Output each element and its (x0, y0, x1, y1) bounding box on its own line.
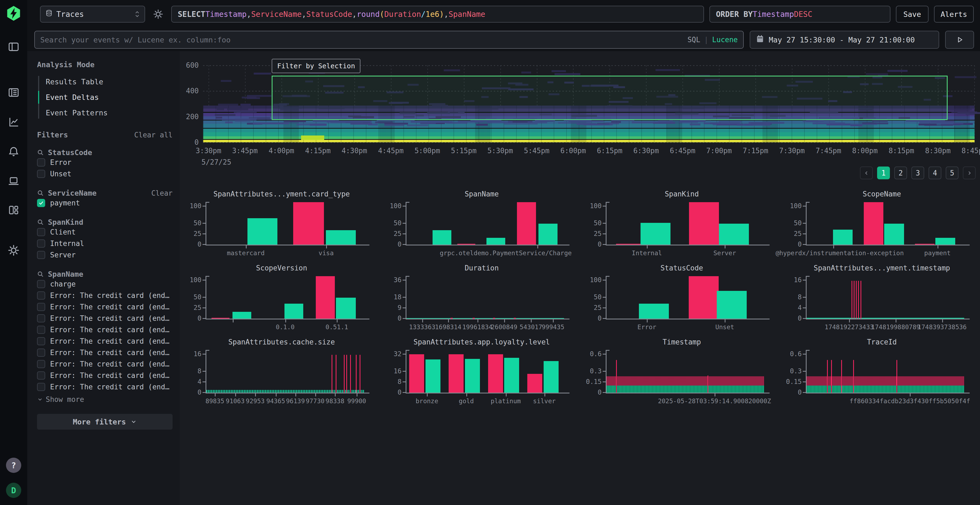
alerts-bell-icon[interactable] (7, 145, 20, 158)
filter-checkbox[interactable] (37, 326, 45, 334)
green-bar (326, 230, 356, 245)
hyperdx-logo-icon[interactable] (6, 5, 22, 21)
mini-chart-plot[interactable]: 10050250InternalServer (606, 202, 764, 245)
heatmap-plot[interactable]: 60040020003:30pm3:45pm4:00pm4:15pm4:30pm… (203, 65, 975, 142)
red-spike (360, 355, 360, 392)
filter-option-label: charge (50, 280, 76, 288)
filter-option-row[interactable]: Server (37, 249, 173, 260)
alerts-button[interactable]: Alerts (934, 6, 974, 22)
filter-option-row[interactable]: Error: The credit card (end… (37, 370, 173, 381)
mini-chart-plot[interactable]: 100502500.1.00.51.1 (205, 276, 364, 319)
red-bar (864, 202, 883, 245)
y-tick-mark (803, 308, 806, 308)
mini-chart-plot[interactable]: 1684017481922734331748199880789174839373… (806, 276, 964, 319)
heatmap-cell (947, 108, 972, 110)
filter-checkbox[interactable] (37, 251, 45, 259)
chevron-down-icon (37, 397, 43, 402)
sql-mode-button[interactable]: SQL (687, 36, 700, 44)
heatmap-cell (749, 122, 784, 124)
filter-checkbox[interactable] (37, 228, 45, 236)
pagination-page-button[interactable]: 3 (912, 167, 924, 179)
pagination-page-button[interactable]: 5 (946, 167, 958, 179)
filter-checkbox[interactable] (37, 280, 45, 288)
save-button[interactable]: Save (896, 6, 929, 22)
pagination-prev-button[interactable] (860, 167, 873, 179)
filter-checkbox[interactable] (37, 349, 45, 357)
select-query-input[interactable]: SELECT Timestamp,ServiceName,StatusCode,… (171, 6, 704, 22)
pagination-page-button[interactable]: 4 (929, 167, 941, 179)
analysis-mode-item[interactable]: Event Deltas (46, 91, 173, 103)
chevron-left-icon (864, 170, 869, 176)
analysis-mode-item[interactable]: Results Table (46, 76, 173, 87)
pagination-next-button[interactable] (963, 167, 976, 179)
clear-all-button[interactable]: Clear all (134, 131, 173, 139)
filter-option-row[interactable]: Error: The credit card (end… (37, 301, 173, 313)
mini-chart-plot[interactable]: 10050250ErrorUnset (606, 276, 764, 319)
filter-option-row[interactable]: Unset (37, 168, 173, 179)
x-tick-label: 8:45pm (961, 147, 980, 155)
x-tick-label: payment (924, 249, 951, 257)
filter-option-row[interactable]: Error: The credit card (end… (37, 290, 173, 301)
y-tick-mark (803, 354, 806, 354)
source-settings-gear-icon[interactable] (151, 6, 166, 22)
y-tick-label: 0.15 (586, 378, 601, 386)
help-button[interactable]: ? (6, 458, 21, 473)
filter-option-row[interactable]: Error: The credit card (end… (37, 381, 173, 392)
avatar[interactable]: D (6, 483, 21, 498)
pagination-page-button[interactable]: 1 (877, 167, 890, 179)
date-range-picker[interactable]: May 27 15:30:00 - May 27 21:00:00 (750, 31, 939, 49)
filter-checkbox[interactable] (37, 303, 45, 311)
query-token: / (421, 10, 425, 19)
analysis-mode-item[interactable]: Event Patterns (46, 107, 173, 119)
show-more-button[interactable]: Show more (37, 395, 173, 403)
filter-checkbox[interactable] (37, 314, 45, 322)
filter-option-row[interactable]: Error: The credit card (end… (37, 324, 173, 335)
mini-chart-plot[interactable]: 10050250mastercardvisa (205, 202, 364, 245)
filter-option-row[interactable]: Client (37, 226, 173, 238)
filter-option-row[interactable]: Internal (37, 238, 173, 249)
search-logs-icon[interactable] (7, 86, 20, 99)
sidebar-toggle-icon[interactable] (7, 40, 20, 53)
mini-chart-plot[interactable]: 10050250@hyperdx/instrumentation-excepti… (806, 202, 964, 245)
baseline-strip (406, 318, 564, 319)
filter-checkbox[interactable] (37, 337, 45, 345)
mini-chart-plot[interactable]: 1684089835910639295394365961399773098338… (205, 350, 364, 394)
filter-checkbox[interactable] (37, 383, 45, 391)
run-query-button[interactable] (945, 31, 974, 49)
filter-checkbox[interactable] (37, 291, 45, 300)
lucene-mode-button[interactable]: Lucene (712, 36, 738, 44)
filter-option-row[interactable]: charge (37, 278, 173, 290)
filter-checkbox[interactable] (37, 372, 45, 380)
green-bar (538, 224, 557, 245)
mini-chart-plot[interactable]: 321680bronzegoldplatinumsilver (406, 350, 564, 394)
filter-option-row[interactable]: Error (37, 157, 173, 168)
sessions-icon[interactable] (7, 174, 20, 187)
x-tick-mark (427, 394, 428, 397)
query-token: ServiceName (251, 10, 302, 19)
pagination-page-button[interactable]: 2 (894, 167, 907, 179)
dashboards-icon[interactable] (7, 203, 20, 217)
clear-filter-button[interactable]: Clear (151, 189, 173, 197)
filter-option-row[interactable]: Error: The credit card (end… (37, 313, 173, 324)
mini-chart-plot[interactable]: 0.60.30.150ff860334facdb23d3f430ff5b5050… (806, 350, 964, 394)
source-select[interactable]: Traces (40, 6, 145, 22)
chart-explorer-icon[interactable] (7, 115, 20, 129)
filter-checkbox[interactable] (37, 360, 45, 368)
mini-chart-plot[interactable]: 0.60.30.1502025-05-28T03:59:14.900820000… (606, 350, 764, 394)
search-input[interactable] (40, 36, 683, 44)
filter-checkbox[interactable] (37, 199, 45, 207)
filter-option-row[interactable]: Error: The credit card (end… (37, 335, 173, 347)
mini-chart-plot[interactable]: 10050250grpc.oteldemo.PaymentService/Cha… (406, 202, 564, 245)
filter-by-selection-tooltip[interactable]: Filter by Selection (272, 59, 360, 73)
filter-checkbox[interactable] (37, 158, 45, 167)
filter-checkbox[interactable] (37, 170, 45, 178)
more-filters-button[interactable]: More filters (37, 414, 173, 430)
filter-option-row[interactable]: Error: The credit card (end… (37, 358, 173, 370)
heatmap-cell (951, 111, 977, 113)
settings-gear-icon[interactable] (7, 244, 20, 257)
orderby-input[interactable]: ORDER BY Timestamp DESC (710, 6, 891, 22)
filter-checkbox[interactable] (37, 240, 45, 248)
filter-option-row[interactable]: Error: The credit card (end… (37, 347, 173, 358)
mini-chart-plot[interactable]: 3618901333363169831419961834260084954301… (406, 276, 564, 319)
filter-option-row[interactable]: payment (37, 197, 173, 209)
